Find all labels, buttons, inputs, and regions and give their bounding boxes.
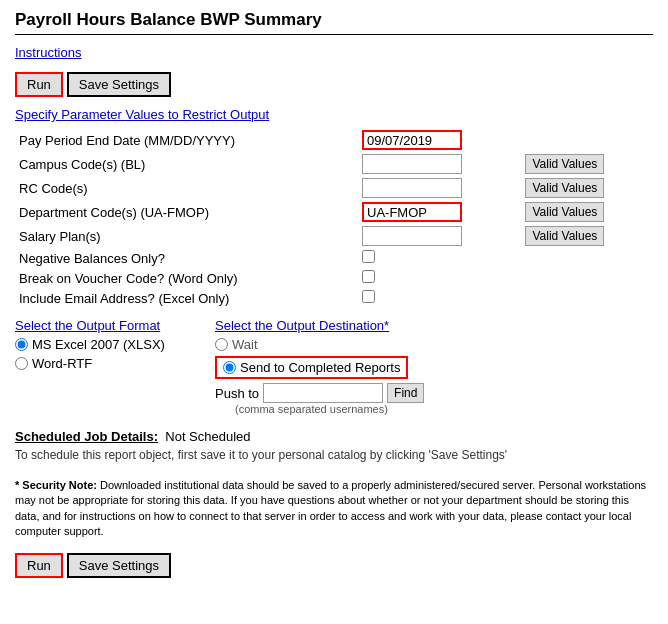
output-destination-panel: Select the Output Destination* Wait Send… [215,318,653,415]
dest-wait-radio[interactable] [215,338,228,351]
find-button[interactable]: Find [387,383,424,403]
table-row: Break on Voucher Code? (Word Only) [15,268,653,288]
param-value-dept [358,200,521,224]
bottom-toolbar: Run Save Settings [15,553,653,578]
param-label-negative: Negative Balances Only? [15,248,358,268]
run-button-top[interactable]: Run [15,72,63,97]
format-excel-label: MS Excel 2007 (XLSX) [32,337,165,352]
format-word-label: Word-RTF [32,356,92,371]
param-value-rc [358,176,521,200]
security-note-bold: * Security Note: [15,479,97,491]
department-code-input[interactable] [362,202,462,222]
table-row: Pay Period End Date (MM/DD/YYYY) [15,128,653,152]
param-label-voucher: Break on Voucher Code? (Word Only) [15,268,358,288]
negative-balances-checkbox[interactable] [362,250,375,263]
table-row: RC Code(s) Valid Values [15,176,653,200]
salary-plan-input[interactable] [362,226,462,246]
dest-completed-radio[interactable] [223,361,236,374]
top-toolbar: Run Save Settings [15,72,653,97]
output-section: Select the Output Format MS Excel 2007 (… [15,318,653,415]
params-section-title: Specify Parameter Values to Restrict Out… [15,107,653,122]
param-value-payperiod [358,128,521,152]
param-label-rc: RC Code(s) [15,176,358,200]
format-word-radio[interactable] [15,357,28,370]
comma-note: (comma separated usernames) [235,403,653,415]
voucher-code-cell [358,268,521,288]
params-table: Pay Period End Date (MM/DD/YYYY) Campus … [15,128,653,308]
run-button-bottom[interactable]: Run [15,553,63,578]
scheduled-title-label: Scheduled Job Details: [15,429,158,444]
output-format-title: Select the Output Format [15,318,195,333]
dest-completed-label: Send to Completed Reports [240,360,400,375]
dest-completed-row: Send to Completed Reports [215,356,653,379]
table-row: Campus Code(s) (BL) Valid Values [15,152,653,176]
param-value-salary [358,224,521,248]
campus-code-input[interactable] [362,154,462,174]
send-completed-box: Send to Completed Reports [215,356,408,379]
security-note: * Security Note: Downloaded institutiona… [15,478,653,540]
valid-values-dept-button[interactable]: Valid Values [525,202,604,222]
param-label-payperiod: Pay Period End Date (MM/DD/YYYY) [15,128,358,152]
pay-period-end-date-input[interactable] [362,130,462,150]
table-row: Negative Balances Only? [15,248,653,268]
push-to-label: Push to [215,386,259,401]
page-title: Payroll Hours Balance BWP Summary [15,10,653,35]
scheduled-section: Scheduled Job Details: Not Scheduled To … [15,429,653,464]
scheduled-title: Scheduled Job Details: Not Scheduled [15,429,251,444]
push-to-input[interactable] [263,383,383,403]
output-destination-title: Select the Output Destination* [215,318,653,333]
output-format-panel: Select the Output Format MS Excel 2007 (… [15,318,195,375]
valid-values-salary-button[interactable]: Valid Values [525,226,604,246]
table-row: Department Code(s) (UA-FMOP) Valid Value… [15,200,653,224]
valid-values-rc-button[interactable]: Valid Values [525,178,604,198]
param-label-campus: Campus Code(s) (BL) [15,152,358,176]
scheduled-status: Not Scheduled [165,429,250,444]
instructions-link[interactable]: Instructions [15,45,653,60]
format-excel-row: MS Excel 2007 (XLSX) [15,337,195,352]
table-row: Include Email Address? (Excel Only) [15,288,653,308]
param-label-salary: Salary Plan(s) [15,224,358,248]
save-settings-button-top[interactable]: Save Settings [67,72,171,97]
email-address-checkbox[interactable] [362,290,375,303]
save-settings-button-bottom[interactable]: Save Settings [67,553,171,578]
dest-wait-row: Wait [215,337,653,352]
negative-balances-cell [358,248,521,268]
table-row: Salary Plan(s) Valid Values [15,224,653,248]
rc-code-input[interactable] [362,178,462,198]
email-address-cell [358,288,521,308]
dest-wait-label: Wait [232,337,258,352]
valid-values-campus-button[interactable]: Valid Values [525,154,604,174]
param-label-dept: Department Code(s) (UA-FMOP) [15,200,358,224]
format-word-row: Word-RTF [15,356,195,371]
format-excel-radio[interactable] [15,338,28,351]
voucher-code-checkbox[interactable] [362,270,375,283]
security-note-text: Downloaded institutional data should be … [15,479,646,537]
scheduled-description: To schedule this report object, first sa… [15,447,515,464]
param-label-email: Include Email Address? (Excel Only) [15,288,358,308]
push-to-row: Push to Find [215,383,653,403]
param-value-campus [358,152,521,176]
